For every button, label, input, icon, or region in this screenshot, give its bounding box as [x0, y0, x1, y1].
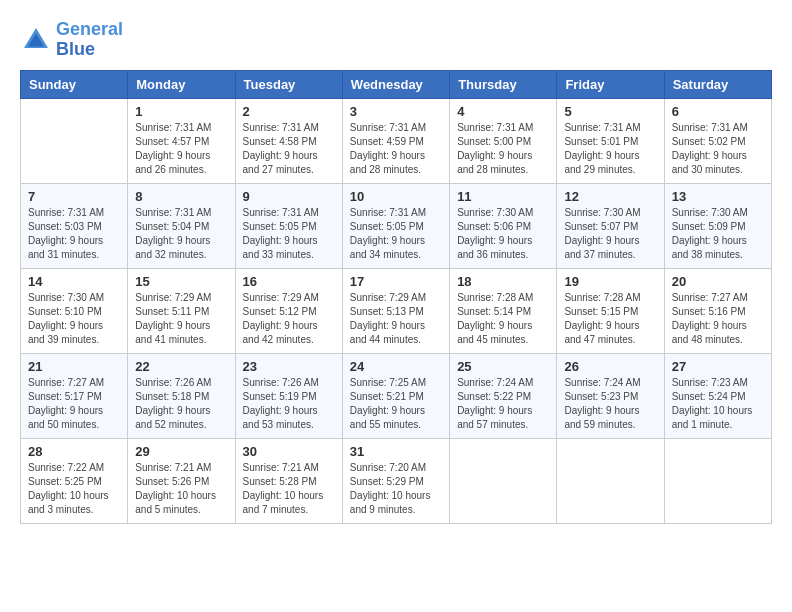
logo: General Blue [20, 20, 123, 60]
day-info: Sunrise: 7:23 AM Sunset: 5:24 PM Dayligh… [672, 376, 764, 432]
weekday-header-friday: Friday [557, 70, 664, 98]
day-number: 14 [28, 274, 120, 289]
day-info: Sunrise: 7:26 AM Sunset: 5:18 PM Dayligh… [135, 376, 227, 432]
week-row-4: 21Sunrise: 7:27 AM Sunset: 5:17 PM Dayli… [21, 353, 772, 438]
calendar-cell: 29Sunrise: 7:21 AM Sunset: 5:26 PM Dayli… [128, 438, 235, 523]
calendar-cell: 31Sunrise: 7:20 AM Sunset: 5:29 PM Dayli… [342, 438, 449, 523]
day-number: 7 [28, 189, 120, 204]
day-info: Sunrise: 7:31 AM Sunset: 4:59 PM Dayligh… [350, 121, 442, 177]
day-number: 16 [243, 274, 335, 289]
calendar-cell [664, 438, 771, 523]
day-info: Sunrise: 7:31 AM Sunset: 5:03 PM Dayligh… [28, 206, 120, 262]
weekday-header-thursday: Thursday [450, 70, 557, 98]
day-number: 1 [135, 104, 227, 119]
day-number: 6 [672, 104, 764, 119]
day-info: Sunrise: 7:31 AM Sunset: 5:05 PM Dayligh… [243, 206, 335, 262]
day-info: Sunrise: 7:29 AM Sunset: 5:13 PM Dayligh… [350, 291, 442, 347]
day-info: Sunrise: 7:29 AM Sunset: 5:12 PM Dayligh… [243, 291, 335, 347]
day-info: Sunrise: 7:22 AM Sunset: 5:25 PM Dayligh… [28, 461, 120, 517]
day-info: Sunrise: 7:31 AM Sunset: 5:02 PM Dayligh… [672, 121, 764, 177]
calendar-cell: 30Sunrise: 7:21 AM Sunset: 5:28 PM Dayli… [235, 438, 342, 523]
day-info: Sunrise: 7:21 AM Sunset: 5:28 PM Dayligh… [243, 461, 335, 517]
day-info: Sunrise: 7:29 AM Sunset: 5:11 PM Dayligh… [135, 291, 227, 347]
day-number: 30 [243, 444, 335, 459]
day-number: 5 [564, 104, 656, 119]
logo-text: General Blue [56, 20, 123, 60]
calendar-cell: 19Sunrise: 7:28 AM Sunset: 5:15 PM Dayli… [557, 268, 664, 353]
day-info: Sunrise: 7:25 AM Sunset: 5:21 PM Dayligh… [350, 376, 442, 432]
day-number: 3 [350, 104, 442, 119]
day-number: 22 [135, 359, 227, 374]
calendar-cell: 7Sunrise: 7:31 AM Sunset: 5:03 PM Daylig… [21, 183, 128, 268]
day-info: Sunrise: 7:31 AM Sunset: 4:57 PM Dayligh… [135, 121, 227, 177]
calendar-cell: 20Sunrise: 7:27 AM Sunset: 5:16 PM Dayli… [664, 268, 771, 353]
weekday-header-sunday: Sunday [21, 70, 128, 98]
day-number: 26 [564, 359, 656, 374]
day-number: 24 [350, 359, 442, 374]
day-number: 15 [135, 274, 227, 289]
calendar-cell: 2Sunrise: 7:31 AM Sunset: 4:58 PM Daylig… [235, 98, 342, 183]
calendar-cell: 18Sunrise: 7:28 AM Sunset: 5:14 PM Dayli… [450, 268, 557, 353]
weekday-header-wednesday: Wednesday [342, 70, 449, 98]
day-info: Sunrise: 7:21 AM Sunset: 5:26 PM Dayligh… [135, 461, 227, 517]
page-header: General Blue [20, 20, 772, 60]
calendar-cell: 15Sunrise: 7:29 AM Sunset: 5:11 PM Dayli… [128, 268, 235, 353]
calendar-cell: 16Sunrise: 7:29 AM Sunset: 5:12 PM Dayli… [235, 268, 342, 353]
day-info: Sunrise: 7:31 AM Sunset: 5:01 PM Dayligh… [564, 121, 656, 177]
day-number: 20 [672, 274, 764, 289]
calendar-cell: 12Sunrise: 7:30 AM Sunset: 5:07 PM Dayli… [557, 183, 664, 268]
calendar-cell: 9Sunrise: 7:31 AM Sunset: 5:05 PM Daylig… [235, 183, 342, 268]
day-number: 29 [135, 444, 227, 459]
weekday-header-monday: Monday [128, 70, 235, 98]
weekday-header-tuesday: Tuesday [235, 70, 342, 98]
calendar-cell: 21Sunrise: 7:27 AM Sunset: 5:17 PM Dayli… [21, 353, 128, 438]
weekday-header-saturday: Saturday [664, 70, 771, 98]
day-info: Sunrise: 7:31 AM Sunset: 5:04 PM Dayligh… [135, 206, 227, 262]
day-info: Sunrise: 7:30 AM Sunset: 5:10 PM Dayligh… [28, 291, 120, 347]
day-number: 25 [457, 359, 549, 374]
day-number: 11 [457, 189, 549, 204]
calendar-cell: 23Sunrise: 7:26 AM Sunset: 5:19 PM Dayli… [235, 353, 342, 438]
day-number: 21 [28, 359, 120, 374]
calendar-cell [450, 438, 557, 523]
calendar-cell: 11Sunrise: 7:30 AM Sunset: 5:06 PM Dayli… [450, 183, 557, 268]
day-info: Sunrise: 7:24 AM Sunset: 5:23 PM Dayligh… [564, 376, 656, 432]
day-number: 9 [243, 189, 335, 204]
day-number: 28 [28, 444, 120, 459]
day-number: 27 [672, 359, 764, 374]
calendar-cell: 8Sunrise: 7:31 AM Sunset: 5:04 PM Daylig… [128, 183, 235, 268]
calendar-cell: 6Sunrise: 7:31 AM Sunset: 5:02 PM Daylig… [664, 98, 771, 183]
day-info: Sunrise: 7:20 AM Sunset: 5:29 PM Dayligh… [350, 461, 442, 517]
week-row-1: 1Sunrise: 7:31 AM Sunset: 4:57 PM Daylig… [21, 98, 772, 183]
weekday-header-row: SundayMondayTuesdayWednesdayThursdayFrid… [21, 70, 772, 98]
day-number: 10 [350, 189, 442, 204]
day-number: 2 [243, 104, 335, 119]
day-info: Sunrise: 7:30 AM Sunset: 5:07 PM Dayligh… [564, 206, 656, 262]
day-info: Sunrise: 7:26 AM Sunset: 5:19 PM Dayligh… [243, 376, 335, 432]
day-number: 19 [564, 274, 656, 289]
calendar-cell: 14Sunrise: 7:30 AM Sunset: 5:10 PM Dayli… [21, 268, 128, 353]
logo-icon [20, 24, 52, 56]
day-number: 23 [243, 359, 335, 374]
calendar-table: SundayMondayTuesdayWednesdayThursdayFrid… [20, 70, 772, 524]
day-info: Sunrise: 7:24 AM Sunset: 5:22 PM Dayligh… [457, 376, 549, 432]
week-row-5: 28Sunrise: 7:22 AM Sunset: 5:25 PM Dayli… [21, 438, 772, 523]
day-number: 8 [135, 189, 227, 204]
day-info: Sunrise: 7:28 AM Sunset: 5:15 PM Dayligh… [564, 291, 656, 347]
calendar-cell [21, 98, 128, 183]
calendar-cell: 10Sunrise: 7:31 AM Sunset: 5:05 PM Dayli… [342, 183, 449, 268]
day-number: 4 [457, 104, 549, 119]
day-info: Sunrise: 7:31 AM Sunset: 4:58 PM Dayligh… [243, 121, 335, 177]
calendar-cell: 13Sunrise: 7:30 AM Sunset: 5:09 PM Dayli… [664, 183, 771, 268]
calendar-cell: 3Sunrise: 7:31 AM Sunset: 4:59 PM Daylig… [342, 98, 449, 183]
day-number: 13 [672, 189, 764, 204]
day-info: Sunrise: 7:28 AM Sunset: 5:14 PM Dayligh… [457, 291, 549, 347]
calendar-cell: 1Sunrise: 7:31 AM Sunset: 4:57 PM Daylig… [128, 98, 235, 183]
calendar-cell: 27Sunrise: 7:23 AM Sunset: 5:24 PM Dayli… [664, 353, 771, 438]
day-info: Sunrise: 7:27 AM Sunset: 5:16 PM Dayligh… [672, 291, 764, 347]
week-row-3: 14Sunrise: 7:30 AM Sunset: 5:10 PM Dayli… [21, 268, 772, 353]
calendar-cell [557, 438, 664, 523]
day-info: Sunrise: 7:27 AM Sunset: 5:17 PM Dayligh… [28, 376, 120, 432]
calendar-cell: 5Sunrise: 7:31 AM Sunset: 5:01 PM Daylig… [557, 98, 664, 183]
day-info: Sunrise: 7:31 AM Sunset: 5:05 PM Dayligh… [350, 206, 442, 262]
